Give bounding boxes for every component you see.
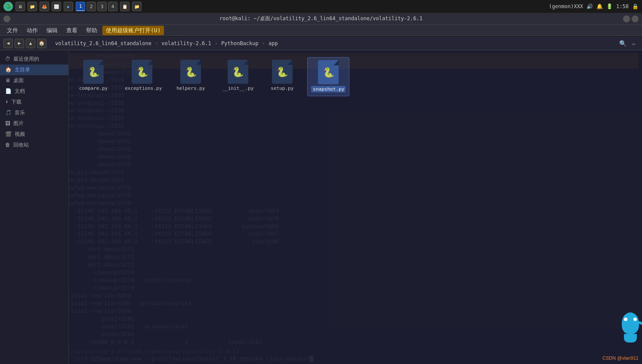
menu-view[interactable]: 查看 — [63, 26, 81, 35]
window-close-btn[interactable] — [3, 15, 10, 22]
fm-files-area: 🐍 compare.py 🐍 exceptions.py — [69, 50, 642, 364]
file-label-init: __init__.py — [222, 86, 253, 91]
taskbar-volume-icon[interactable]: 🔊 — [586, 3, 593, 9]
file-icon-helpers: 🐍 — [179, 61, 202, 83]
fm-sidebar: ⏱ 最近使用的 🏠 主目录 🖥 桌面 📄 文档 ⬇ 下载 🎵 音乐 🖼 图片 🎬… — [0, 50, 69, 364]
file-label-snapshot: snapshot.py — [311, 86, 346, 92]
fm-sidebar-music[interactable]: 🎵 音乐 — [0, 107, 68, 118]
file-icon-setup: 🐍 — [271, 61, 293, 83]
window-minimize-btn[interactable] — [623, 15, 630, 22]
fm-home-btn[interactable]: 🏠 — [37, 39, 46, 48]
fm-search-btn[interactable]: 🔍 — [618, 39, 627, 48]
kali-logo[interactable]: 🐉 — [3, 2, 13, 11]
fm-sidebar-pics[interactable]: 🖼 图片 — [0, 118, 68, 129]
taskbar-battery-icon[interactable]: 🔋 — [606, 3, 613, 9]
file-label-exceptions: exceptions.py — [125, 86, 159, 91]
mascot-right-eye — [633, 318, 637, 321]
fm-sidebar-desktop[interactable]: 🖥 桌面 — [0, 75, 68, 86]
taskbar-app-btn-5[interactable]: ▶ — [64, 2, 73, 11]
fm-edit-location-btn[interactable]: ✏ — [629, 39, 639, 48]
window-controls — [623, 15, 639, 22]
workspace-switcher: 1 2 3 4 — [76, 2, 117, 11]
menu-superuser[interactable]: 使用超级账户打开(U) — [102, 26, 164, 35]
fm-forward-btn[interactable]: ▶ — [15, 39, 24, 48]
fm-path-bar: volatility_2.6_lin64_standalone › volati… — [52, 40, 613, 47]
file-icon-init: 🐍 — [227, 61, 249, 83]
window-maximize-btn[interactable] — [632, 15, 639, 22]
workspace-4[interactable]: 4 — [108, 2, 117, 11]
taskbar-bell-icon[interactable]: 🔔 — [596, 3, 603, 9]
file-icon-compare: 🐍 — [82, 61, 105, 83]
workspace-1[interactable]: 1 — [76, 2, 85, 11]
fm-path-seg-4[interactable]: app — [265, 40, 281, 47]
taskbar-app-btn-7[interactable]: 📁 — [132, 2, 142, 11]
file-icon-snapshot: 🐍 — [317, 61, 340, 83]
file-setup-py[interactable]: 🐍 setup.py — [267, 57, 297, 96]
mascot-body-lower — [624, 334, 637, 343]
fm-file-list: 🐍 compare.py 🐍 exceptions.py — [76, 57, 635, 96]
menu-file[interactable]: 文件 — [3, 26, 22, 35]
fm-content: ⏱ 最近使用的 🏠 主目录 🖥 桌面 📄 文档 ⬇ 下载 🎵 音乐 🖼 图片 🎬… — [0, 50, 642, 364]
file-snapshot-py[interactable]: 🐍 snapshot.py — [307, 57, 349, 96]
mascot-right-arm — [638, 321, 642, 325]
mascot — [620, 312, 641, 347]
fm-sidebar-videos[interactable]: 🎬 视频 — [0, 129, 68, 140]
menu-bar: 文件 动作 编辑 查看 帮助 使用超级账户打开(U) — [0, 25, 642, 36]
menu-action[interactable]: 动作 — [23, 26, 41, 35]
menu-help[interactable]: 帮助 — [83, 26, 101, 35]
file-label-compare: compare.py — [79, 86, 108, 91]
file-manager-toolbar: ◀ ▶ ▲ 🏠 volatility_2.6_lin64_standalone … — [0, 37, 642, 50]
file-label-setup: setup.py — [271, 86, 293, 91]
file-init-py[interactable]: 🐍 __init__.py — [219, 57, 257, 96]
window-title-bar: root@kali: ~/桌面/volatility_2.6_lin64_sta… — [0, 13, 642, 25]
fm-sidebar-home[interactable]: 🏠 主目录 — [0, 64, 68, 75]
file-exceptions-py[interactable]: 🐍 exceptions.py — [121, 57, 163, 96]
file-compare-py[interactable]: 🐍 compare.py — [76, 57, 111, 96]
workspace-3[interactable]: 3 — [97, 2, 107, 11]
fm-sidebar-docs[interactable]: 📄 文档 — [0, 86, 68, 97]
taskbar-app-btn-3[interactable]: 🦊 — [40, 2, 49, 11]
taskbar-app-btn-2[interactable]: 📁 — [28, 2, 37, 11]
fm-path-seg-2[interactable]: volatility-2.6.1 — [158, 40, 215, 47]
fm-sidebar-recent[interactable]: ⏱ 最近使用的 — [0, 54, 68, 64]
file-helpers-py[interactable]: 🐍 helpers.py — [173, 57, 208, 96]
fm-sidebar-trash[interactable]: 🗑 回收站 — [0, 140, 68, 150]
workspace-2[interactable]: 2 — [86, 2, 96, 11]
taskbar-app-btn-6[interactable]: 📋 — [120, 2, 130, 11]
file-label-helpers: helpers.py — [176, 86, 205, 91]
mascot-left-eye — [624, 318, 627, 321]
taskbar-app-btn-4[interactable]: ⬜ — [52, 2, 61, 11]
fm-path-seg-3[interactable]: PythonBackup — [218, 40, 262, 47]
taskbar-user: (genmon)XXX — [549, 3, 583, 9]
taskbar: 🐉 🖥 📁 🦊 ⬜ ▶ 1 2 3 4 📋 📁 (genmon)XXX 🔊 🔔 … — [0, 0, 642, 13]
taskbar-lock-icon[interactable]: 🔒 — [632, 3, 639, 9]
fm-sidebar-downloads[interactable]: ⬇ 下载 — [0, 97, 68, 107]
taskbar-time: 1:58 — [616, 3, 629, 9]
fm-up-btn[interactable]: ▲ — [26, 39, 35, 48]
fm-path-seg-1[interactable]: volatility_2.6_lin64_standalone — [52, 40, 155, 47]
file-icon-exceptions: 🐍 — [131, 61, 153, 83]
taskbar-app-btn-1[interactable]: 🖥 — [15, 2, 25, 11]
taskbar-right: (genmon)XXX 🔊 🔔 🔋 1:58 🔒 — [549, 3, 639, 9]
fm-back-btn[interactable]: ◀ — [3, 39, 13, 48]
window-title: root@kali: ~/桌面/volatility_2.6_lin64_sta… — [219, 15, 423, 22]
menu-edit[interactable]: 编辑 — [43, 26, 61, 35]
file-manager: ◀ ▶ ▲ 🏠 volatility_2.6_lin64_standalone … — [0, 37, 642, 364]
csdn-badge: CSDN @vlan911 — [602, 355, 639, 361]
